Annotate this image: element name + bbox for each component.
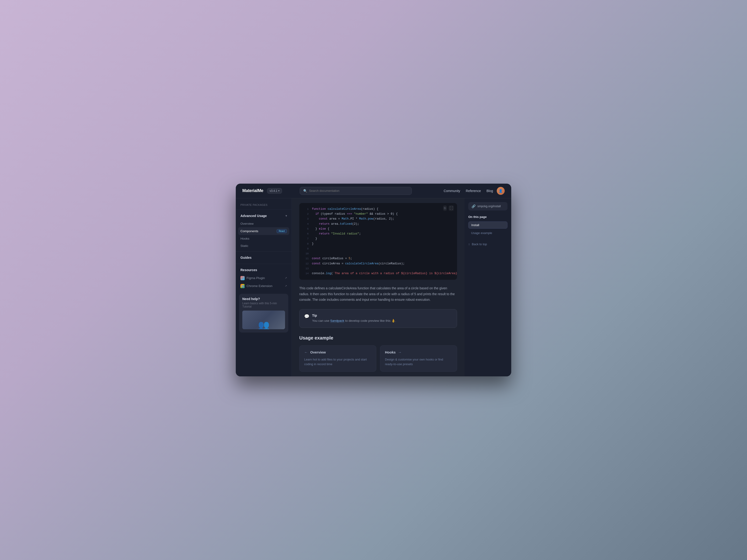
usage-cards: ← Overview Learn hot to add files to you… xyxy=(299,345,457,372)
search-icon: 🔍 xyxy=(303,189,307,193)
tip-content: Tip You can use Sandpack to develop code… xyxy=(312,314,396,323)
on-this-page-title: On this page xyxy=(468,215,508,219)
react-badge: React xyxy=(277,229,287,233)
sidebar-item-hooks-label: Hooks xyxy=(240,237,249,240)
thumbnail-image: 👥 xyxy=(242,311,285,329)
card-overview-nav: ← Overview xyxy=(304,350,371,354)
version-badge[interactable]: v3.4.1 ▾ xyxy=(267,188,282,194)
figma-label: Figma Plugin xyxy=(247,276,265,280)
back-to-top[interactable]: ↑ Back to top xyxy=(468,241,508,247)
chevron-down-icon: ▾ xyxy=(278,189,279,192)
header: MaterialMe v3.4.1 ▾ 🔍 Community Referenc… xyxy=(236,184,511,198)
tip-text: You can use Sandpack to develop code pre… xyxy=(312,318,396,323)
nav-blog[interactable]: Blog xyxy=(487,189,493,193)
usage-card-hooks[interactable]: Hooks → Design & customise your own hook… xyxy=(380,345,457,372)
tip-text-before: You can use xyxy=(312,319,330,322)
nav-reference[interactable]: Reference xyxy=(466,189,481,193)
chrome-label: Chrome Extension xyxy=(247,284,273,288)
sidebar-item-static[interactable]: Static xyxy=(236,242,291,249)
link-icon: 🔗 xyxy=(471,205,475,208)
rs-link-text: smpckg.org/install xyxy=(478,205,501,208)
code-content: 1function calculateCircleArea(radius) { … xyxy=(299,203,457,280)
people-image: 👥 xyxy=(258,320,269,329)
help-title: Need help? xyxy=(242,297,285,301)
tip-box: 💬 Tip You can use Sandpack to develop co… xyxy=(299,309,457,328)
code-actions: ⎘ ⛶ xyxy=(440,203,457,211)
sidebar-item-components[interactable]: Components React xyxy=(238,227,289,235)
sidebar-item-static-label: Static xyxy=(240,244,248,247)
external-link-figma-icon: ↗ xyxy=(285,276,287,279)
card-hooks-nav: Hooks → xyxy=(385,350,452,354)
rs-nav-install-label: Install xyxy=(471,223,479,227)
sidebar-item-chrome[interactable]: ⬤ Chrome Extension ↗ xyxy=(236,282,291,290)
card-overview-arrow: ← xyxy=(304,350,308,354)
sidebar-item-overview-label: Overview xyxy=(240,222,254,225)
sidebar-item-figma[interactable]: ◆ Figma Plugin ↗ xyxy=(236,274,291,282)
logo: MaterialMe xyxy=(242,188,263,193)
nav-community[interactable]: Community xyxy=(444,189,460,193)
help-subtitle: Learn basics with this 5-min Tutorial xyxy=(242,302,285,308)
resources-header: Resources xyxy=(236,266,291,274)
copy-button[interactable]: ⎘ xyxy=(443,205,447,211)
right-sidebar: 🔗 smpckg.org/install On this page Instal… xyxy=(465,198,511,376)
card-hooks-desc: Design & customise your own hooks or fin… xyxy=(385,357,452,367)
back-to-top-arrow-icon: ↑ xyxy=(468,242,470,246)
external-link-chrome-icon: ↗ xyxy=(285,285,287,288)
back-to-top-label: Back to top xyxy=(472,242,487,246)
card-hooks-arrow: → xyxy=(398,350,402,354)
avatar[interactable]: 👤 xyxy=(497,187,505,195)
sidebar-item-components-label: Components xyxy=(240,229,258,233)
advanced-usage-header[interactable]: Advanced Usage ▾ xyxy=(236,212,291,220)
expand-button[interactable]: ⛶ xyxy=(449,205,454,211)
advanced-usage-title: Advanced Usage xyxy=(240,214,267,218)
rs-nav-usage-label: Usage example xyxy=(471,231,492,235)
tip-text-after: to develop code preview like this 👌. xyxy=(344,319,396,322)
card-hooks-title: Hooks xyxy=(385,350,396,354)
nav-links: Community Reference Blog xyxy=(444,189,493,193)
tip-label: Tip xyxy=(312,314,396,317)
rs-nav-usage[interactable]: Usage example xyxy=(468,230,508,236)
content-area: ⎘ ⛶ 1function calculateCircleArea(radius… xyxy=(292,198,465,376)
version-text: v3.4.1 xyxy=(269,189,277,192)
guides-header[interactable]: Guides xyxy=(236,254,291,262)
card-overview-title: Overview xyxy=(310,350,326,354)
rs-nav-install[interactable]: Install xyxy=(468,221,508,229)
figma-icon: ◆ xyxy=(240,276,244,280)
help-thumbnail[interactable]: 👥 ▶ xyxy=(242,311,285,329)
sandpack-link[interactable]: Sandpack xyxy=(330,319,344,323)
code-block: ⎘ ⛶ 1function calculateCircleArea(radius… xyxy=(299,203,457,280)
card-overview-desc: Learn hot to add files to your projects … xyxy=(304,357,371,367)
search-input[interactable] xyxy=(309,189,408,192)
sidebar-item-overview[interactable]: Overview xyxy=(236,220,291,227)
tip-icon: 💬 xyxy=(304,314,309,319)
rs-external-link[interactable]: 🔗 smpckg.org/install xyxy=(468,202,508,211)
description: This code defines a calculateCircleArea … xyxy=(299,285,457,303)
resources-title: Resources xyxy=(240,268,257,272)
guides-title: Guides xyxy=(240,256,251,260)
private-packages-label: Private packages xyxy=(236,202,291,208)
sidebar: Private packages Advanced Usage ▾ Overvi… xyxy=(236,198,292,376)
search-bar[interactable]: 🔍 xyxy=(300,187,412,195)
usage-example-title: Usage example xyxy=(299,335,457,341)
advanced-usage-chevron: ▾ xyxy=(285,214,287,217)
divider-2 xyxy=(236,251,291,251)
divider-3 xyxy=(236,264,291,264)
chrome-icon: ⬤ xyxy=(240,284,244,288)
help-card: Need help? Learn basics with this 5-min … xyxy=(239,294,288,332)
main-layout: Private packages Advanced Usage ▾ Overvi… xyxy=(236,198,511,376)
usage-card-overview[interactable]: ← Overview Learn hot to add files to you… xyxy=(299,345,376,372)
sidebar-item-hooks[interactable]: Hooks xyxy=(236,235,291,242)
app-window: MaterialMe v3.4.1 ▾ 🔍 Community Referenc… xyxy=(236,184,511,376)
